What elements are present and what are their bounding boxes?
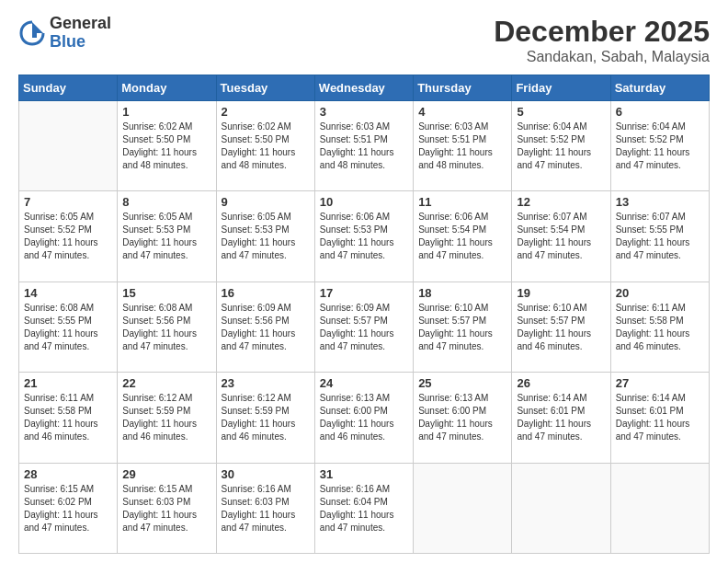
- calendar-cell: 8Sunrise: 6:05 AM Sunset: 5:53 PM Daylig…: [118, 191, 216, 282]
- calendar-week-row: 14Sunrise: 6:08 AM Sunset: 5:55 PM Dayli…: [19, 282, 710, 372]
- day-info: Sunrise: 6:02 AM Sunset: 5:50 PM Dayligh…: [222, 121, 310, 172]
- day-info: Sunrise: 6:12 AM Sunset: 5:59 PM Dayligh…: [222, 392, 310, 443]
- day-info: Sunrise: 6:11 AM Sunset: 5:58 PM Dayligh…: [616, 302, 704, 353]
- day-number: 2: [222, 105, 310, 119]
- calendar-cell: 23Sunrise: 6:12 AM Sunset: 5:59 PM Dayli…: [216, 373, 314, 463]
- day-info: Sunrise: 6:05 AM Sunset: 5:53 PM Dayligh…: [222, 211, 310, 262]
- day-number: 4: [418, 105, 506, 119]
- calendar-week-row: 21Sunrise: 6:11 AM Sunset: 5:58 PM Dayli…: [19, 373, 710, 463]
- calendar-cell: 5Sunrise: 6:04 AM Sunset: 5:52 PM Daylig…: [512, 101, 610, 191]
- day-info: Sunrise: 6:07 AM Sunset: 5:54 PM Dayligh…: [517, 211, 605, 262]
- calendar-cell: 9Sunrise: 6:05 AM Sunset: 5:53 PM Daylig…: [216, 191, 314, 282]
- calendar-cell: 15Sunrise: 6:08 AM Sunset: 5:56 PM Dayli…: [118, 282, 216, 372]
- day-number: 12: [517, 195, 605, 209]
- day-number: 8: [122, 195, 210, 209]
- calendar-cell: [610, 463, 709, 553]
- day-info: Sunrise: 6:16 AM Sunset: 6:03 PM Dayligh…: [222, 483, 310, 534]
- day-info: Sunrise: 6:05 AM Sunset: 5:53 PM Dayligh…: [122, 211, 210, 262]
- day-header-friday: Friday: [512, 75, 610, 101]
- day-info: Sunrise: 6:06 AM Sunset: 5:54 PM Dayligh…: [418, 211, 506, 262]
- calendar-cell: 28Sunrise: 6:15 AM Sunset: 6:02 PM Dayli…: [19, 463, 118, 553]
- day-info: Sunrise: 6:08 AM Sunset: 5:56 PM Dayligh…: [122, 302, 210, 353]
- calendar-cell: 1Sunrise: 6:02 AM Sunset: 5:50 PM Daylig…: [118, 101, 216, 191]
- calendar-week-row: 1Sunrise: 6:02 AM Sunset: 5:50 PM Daylig…: [19, 101, 710, 191]
- day-info: Sunrise: 6:06 AM Sunset: 5:53 PM Dayligh…: [320, 211, 408, 262]
- day-info: Sunrise: 6:09 AM Sunset: 5:57 PM Dayligh…: [320, 302, 408, 353]
- day-info: Sunrise: 6:04 AM Sunset: 5:52 PM Dayligh…: [616, 121, 704, 172]
- calendar-cell: 19Sunrise: 6:10 AM Sunset: 5:57 PM Dayli…: [512, 282, 610, 372]
- day-number: 11: [418, 195, 506, 209]
- day-info: Sunrise: 6:11 AM Sunset: 5:58 PM Dayligh…: [24, 392, 112, 443]
- day-header-monday: Monday: [118, 75, 216, 101]
- day-header-saturday: Saturday: [610, 75, 709, 101]
- day-info: Sunrise: 6:14 AM Sunset: 6:01 PM Dayligh…: [517, 392, 605, 443]
- calendar-cell: 25Sunrise: 6:13 AM Sunset: 6:00 PM Dayli…: [414, 373, 512, 463]
- calendar-cell: 22Sunrise: 6:12 AM Sunset: 5:59 PM Dayli…: [118, 373, 216, 463]
- page-header: General Blue December 2025 Sandakan, Sab…: [18, 15, 710, 65]
- day-number: 9: [222, 195, 310, 209]
- calendar-cell: 11Sunrise: 6:06 AM Sunset: 5:54 PM Dayli…: [414, 191, 512, 282]
- day-info: Sunrise: 6:07 AM Sunset: 5:55 PM Dayligh…: [616, 211, 704, 262]
- day-number: 30: [222, 467, 310, 481]
- calendar-cell: 26Sunrise: 6:14 AM Sunset: 6:01 PM Dayli…: [512, 373, 610, 463]
- day-info: Sunrise: 6:10 AM Sunset: 5:57 PM Dayligh…: [517, 302, 605, 353]
- calendar-cell: 13Sunrise: 6:07 AM Sunset: 5:55 PM Dayli…: [610, 191, 709, 282]
- calendar-cell: 20Sunrise: 6:11 AM Sunset: 5:58 PM Dayli…: [610, 282, 709, 372]
- day-info: Sunrise: 6:16 AM Sunset: 6:04 PM Dayligh…: [320, 483, 408, 534]
- day-info: Sunrise: 6:10 AM Sunset: 5:57 PM Dayligh…: [418, 302, 506, 353]
- day-number: 22: [122, 376, 210, 390]
- calendar-cell: 7Sunrise: 6:05 AM Sunset: 5:52 PM Daylig…: [19, 191, 118, 282]
- day-number: 21: [24, 376, 112, 390]
- day-info: Sunrise: 6:03 AM Sunset: 5:51 PM Dayligh…: [320, 121, 408, 172]
- calendar-cell: 16Sunrise: 6:09 AM Sunset: 5:56 PM Dayli…: [216, 282, 314, 372]
- calendar-table: SundayMondayTuesdayWednesdayThursdayFrid…: [18, 75, 710, 554]
- calendar-cell: 18Sunrise: 6:10 AM Sunset: 5:57 PM Dayli…: [414, 282, 512, 372]
- calendar-cell: 30Sunrise: 6:16 AM Sunset: 6:03 PM Dayli…: [216, 463, 314, 553]
- day-number: 27: [616, 376, 704, 390]
- calendar-cell: 29Sunrise: 6:15 AM Sunset: 6:03 PM Dayli…: [118, 463, 216, 553]
- day-info: Sunrise: 6:08 AM Sunset: 5:55 PM Dayligh…: [24, 302, 112, 353]
- day-info: Sunrise: 6:15 AM Sunset: 6:02 PM Dayligh…: [24, 483, 112, 534]
- day-number: 7: [24, 195, 112, 209]
- logo: General Blue: [18, 15, 111, 52]
- day-number: 20: [616, 286, 704, 300]
- day-info: Sunrise: 6:15 AM Sunset: 6:03 PM Dayligh…: [122, 483, 210, 534]
- day-info: Sunrise: 6:13 AM Sunset: 6:00 PM Dayligh…: [418, 392, 506, 443]
- calendar-cell: [512, 463, 610, 553]
- calendar-cell: 12Sunrise: 6:07 AM Sunset: 5:54 PM Dayli…: [512, 191, 610, 282]
- calendar-cell: 6Sunrise: 6:04 AM Sunset: 5:52 PM Daylig…: [610, 101, 709, 191]
- main-title: December 2025: [494, 15, 710, 49]
- calendar-header-row: SundayMondayTuesdayWednesdayThursdayFrid…: [19, 75, 710, 101]
- logo-icon: [18, 19, 46, 47]
- day-number: 6: [616, 105, 704, 119]
- day-number: 25: [418, 376, 506, 390]
- title-area: December 2025 Sandakan, Sabah, Malaysia: [494, 15, 710, 65]
- day-number: 19: [517, 286, 605, 300]
- calendar-cell: [19, 101, 118, 191]
- calendar-cell: 4Sunrise: 6:03 AM Sunset: 5:51 PM Daylig…: [414, 101, 512, 191]
- day-number: 3: [320, 105, 408, 119]
- day-number: 23: [222, 376, 310, 390]
- day-info: Sunrise: 6:03 AM Sunset: 5:51 PM Dayligh…: [418, 121, 506, 172]
- calendar-cell: 17Sunrise: 6:09 AM Sunset: 5:57 PM Dayli…: [314, 282, 413, 372]
- day-info: Sunrise: 6:12 AM Sunset: 5:59 PM Dayligh…: [122, 392, 210, 443]
- day-number: 16: [222, 286, 310, 300]
- day-header-sunday: Sunday: [19, 75, 118, 101]
- calendar-cell: 21Sunrise: 6:11 AM Sunset: 5:58 PM Dayli…: [19, 373, 118, 463]
- calendar-cell: 3Sunrise: 6:03 AM Sunset: 5:51 PM Daylig…: [314, 101, 413, 191]
- sub-title: Sandakan, Sabah, Malaysia: [494, 49, 710, 65]
- calendar-cell: 27Sunrise: 6:14 AM Sunset: 6:01 PM Dayli…: [610, 373, 709, 463]
- day-info: Sunrise: 6:13 AM Sunset: 6:00 PM Dayligh…: [320, 392, 408, 443]
- logo-general-text: General: [50, 15, 111, 33]
- calendar-cell: 14Sunrise: 6:08 AM Sunset: 5:55 PM Dayli…: [19, 282, 118, 372]
- day-info: Sunrise: 6:02 AM Sunset: 5:50 PM Dayligh…: [122, 121, 210, 172]
- calendar-cell: 10Sunrise: 6:06 AM Sunset: 5:53 PM Dayli…: [314, 191, 413, 282]
- day-info: Sunrise: 6:14 AM Sunset: 6:01 PM Dayligh…: [616, 392, 704, 443]
- day-header-thursday: Thursday: [414, 75, 512, 101]
- day-number: 14: [24, 286, 112, 300]
- day-header-wednesday: Wednesday: [314, 75, 413, 101]
- calendar-cell: 31Sunrise: 6:16 AM Sunset: 6:04 PM Dayli…: [314, 463, 413, 553]
- day-number: 1: [122, 105, 210, 119]
- day-number: 31: [320, 467, 408, 481]
- calendar-cell: [414, 463, 512, 553]
